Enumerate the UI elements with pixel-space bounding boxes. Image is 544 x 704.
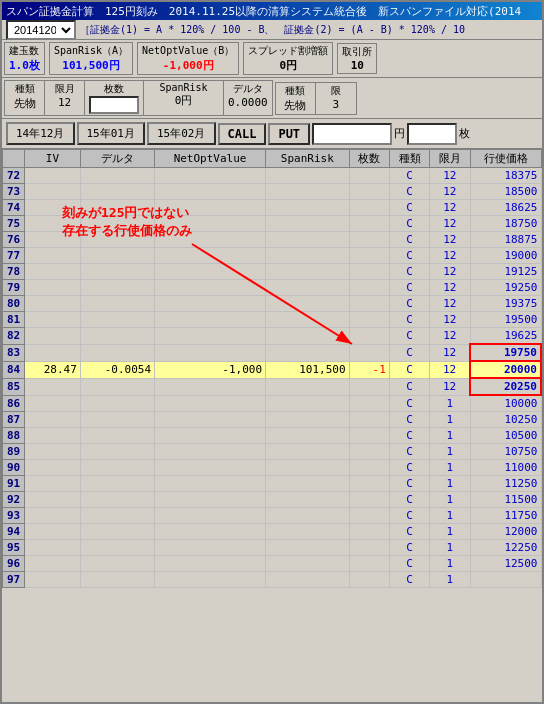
cell-shu: C <box>389 572 429 588</box>
cell-nov <box>155 216 266 232</box>
row-num: 73 <box>3 184 25 200</box>
cell-nov <box>155 492 266 508</box>
row-num: 78 <box>3 264 25 280</box>
cell-delta <box>80 328 154 345</box>
shu2-value: 先物 <box>284 98 306 113</box>
maisu-input[interactable] <box>89 96 139 114</box>
shu-value: 先物 <box>14 96 36 111</box>
cell-iv <box>25 312 81 328</box>
date-btn-2[interactable]: 15年02月 <box>147 122 216 145</box>
cell-gen: 1 <box>430 428 470 444</box>
row-num: 97 <box>3 572 25 588</box>
cell-shu: C <box>389 184 429 200</box>
cell-maisu <box>349 378 389 395</box>
cell-iv <box>25 328 81 345</box>
cell-span <box>266 378 349 395</box>
spread-value: 0円 <box>280 58 298 73</box>
cell-strike: 19000 <box>470 248 541 264</box>
call-button[interactable]: CALL <box>218 123 267 145</box>
table-row: 91C111250 <box>3 476 542 492</box>
cell-gen: 1 <box>430 556 470 572</box>
cell-delta <box>80 280 154 296</box>
formula-text: ［証拠金(1) = A * 120% / 100 - B、 証拠金(2) = (… <box>80 23 465 37</box>
cell-span <box>266 508 349 524</box>
cell-gen: 12 <box>430 184 470 200</box>
maisu-label2: 枚 <box>459 126 470 141</box>
cell-maisu <box>349 460 389 476</box>
cell-delta <box>80 264 154 280</box>
table-row: 80C1219375 <box>3 296 542 312</box>
torihiki-value: 10 <box>351 59 364 72</box>
cell-nov <box>155 460 266 476</box>
date-btn-0[interactable]: 14年12月 <box>6 122 75 145</box>
row-num: 82 <box>3 328 25 345</box>
cell-shu: C <box>389 444 429 460</box>
table-row: 93C111750 <box>3 508 542 524</box>
cell-delta <box>80 492 154 508</box>
cell-strike: 12250 <box>470 540 541 556</box>
cell-delta <box>80 378 154 395</box>
cell-delta <box>80 232 154 248</box>
cell-strike: 18875 <box>470 232 541 248</box>
row-num: 90 <box>3 460 25 476</box>
cell-maisu <box>349 296 389 312</box>
cell-gen: 12 <box>430 232 470 248</box>
row-num: 95 <box>3 540 25 556</box>
cell-strike: 18500 <box>470 184 541 200</box>
shu-cell: 種類 先物 <box>5 81 45 115</box>
cell-delta <box>80 476 154 492</box>
cell-strike: 18625 <box>470 200 541 216</box>
table-row: 88C110500 <box>3 428 542 444</box>
cell-strike: 10250 <box>470 412 541 428</box>
shu2-label: 種類 <box>285 84 305 98</box>
cell-span <box>266 412 349 428</box>
cell-nov <box>155 248 266 264</box>
date-buttons-row: 14年12月 15年01月 15年02月 CALL PUT 円 枚 <box>2 119 542 149</box>
cell-iv: 28.47 <box>25 361 81 378</box>
col-rownum <box>3 150 25 168</box>
cell-span <box>266 328 349 345</box>
maisu-input2[interactable] <box>407 123 457 145</box>
cell-delta <box>80 444 154 460</box>
date-btn-1[interactable]: 15年01月 <box>77 122 146 145</box>
col-shu: 種類 <box>389 150 429 168</box>
date-selector[interactable]: 20141204 <box>6 20 76 40</box>
cell-shu: C <box>389 524 429 540</box>
kendate-value: 1.0枚 <box>9 58 40 73</box>
table-container[interactable]: IV デルタ NetOptValue SpanRisk 枚数 種類 限月 行使価… <box>2 149 542 588</box>
cell-iv <box>25 378 81 395</box>
section-group-left: 種類 先物 限月 12 枚数 SpanRisk 0円 デルタ 0.0000 <box>4 80 273 116</box>
cell-gen: 1 <box>430 444 470 460</box>
put-button[interactable]: PUT <box>268 123 310 145</box>
cell-iv <box>25 492 81 508</box>
price-input[interactable] <box>312 123 392 145</box>
cell-iv <box>25 280 81 296</box>
cell-maisu <box>349 312 389 328</box>
cell-delta <box>80 508 154 524</box>
cell-shu: C <box>389 412 429 428</box>
span-cell: SpanRisk 0円 <box>144 81 224 115</box>
cell-shu: C <box>389 492 429 508</box>
table-row: 82C1219625 <box>3 328 542 345</box>
cell-gen: 12 <box>430 361 470 378</box>
cell-shu: C <box>389 280 429 296</box>
cell-gen: 1 <box>430 395 470 412</box>
cell-shu: C <box>389 232 429 248</box>
cell-maisu <box>349 412 389 428</box>
cell-shu: C <box>389 428 429 444</box>
cell-delta <box>80 312 154 328</box>
span-label: SpanRisk <box>159 82 207 93</box>
cell-shu: C <box>389 395 429 412</box>
cell-iv <box>25 428 81 444</box>
cell-delta <box>80 248 154 264</box>
cell-strike: 11000 <box>470 460 541 476</box>
cell-strike <box>470 572 541 588</box>
cell-maisu <box>349 280 389 296</box>
span-risk-value: 101,500円 <box>62 58 119 73</box>
cell-gen: 12 <box>430 296 470 312</box>
cell-strike: 18750 <box>470 216 541 232</box>
cell-shu: C <box>389 200 429 216</box>
row-num: 81 <box>3 312 25 328</box>
cell-nov <box>155 280 266 296</box>
cell-gen: 12 <box>430 248 470 264</box>
